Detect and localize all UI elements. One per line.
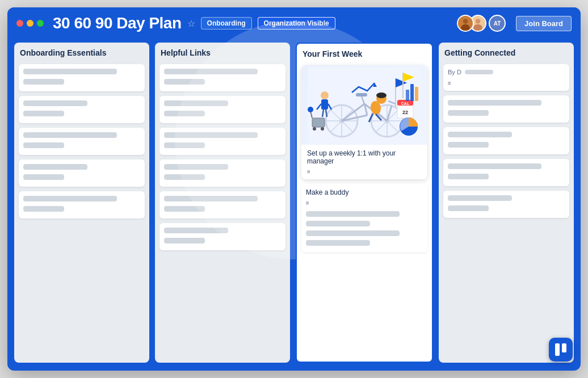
placeholder-bar bbox=[306, 221, 370, 226]
card-4-4[interactable] bbox=[443, 191, 569, 218]
card-2-1[interactable] bbox=[159, 64, 285, 91]
avatar-1[interactable] bbox=[457, 15, 474, 32]
svg-point-4 bbox=[476, 19, 481, 24]
minimize-button[interactable] bbox=[27, 20, 33, 27]
placeholder-bar bbox=[23, 111, 64, 116]
buddy-lines: ≡ bbox=[306, 200, 423, 248]
card-2-6[interactable] bbox=[159, 223, 285, 250]
titlebar: 30 60 90 Day Plan ☆ Onboarding Organizat… bbox=[7, 7, 581, 38]
card-2-3[interactable] bbox=[159, 128, 285, 155]
column-onboarding-essentials: Onboarding Essentials bbox=[14, 43, 149, 363]
buddy-card[interactable]: Make a buddy ≡ bbox=[301, 184, 427, 253]
star-icon[interactable]: ☆ bbox=[187, 18, 195, 29]
placeholder-bar bbox=[448, 163, 541, 169]
card-2-2[interactable] bbox=[159, 96, 285, 123]
placeholder-bar bbox=[448, 132, 512, 137]
maximize-button[interactable] bbox=[37, 20, 44, 27]
placeholder-bar bbox=[164, 196, 258, 201]
menu-icon: ≡ bbox=[307, 169, 310, 175]
placeholder-bar bbox=[23, 69, 117, 74]
placeholder-bar bbox=[23, 196, 117, 201]
svg-point-54 bbox=[308, 107, 313, 112]
close-button[interactable] bbox=[16, 20, 23, 27]
card-1-5[interactable] bbox=[19, 191, 145, 219]
column-your-first-week: Your First Week bbox=[296, 43, 433, 363]
card-1-3[interactable] bbox=[19, 128, 145, 155]
placeholder-bar bbox=[23, 79, 64, 85]
trello-logo-icon bbox=[555, 343, 566, 356]
placeholder-bar bbox=[23, 132, 117, 138]
placeholder-bar bbox=[306, 211, 400, 217]
placeholder-bar bbox=[23, 206, 64, 212]
placeholder-bar bbox=[164, 142, 205, 148]
page-title: 30 60 90 Day Plan bbox=[53, 14, 182, 32]
card-manager-text: Set up a weekly 1:1 with your manager bbox=[307, 149, 422, 165]
org-visible-tag[interactable]: Organization Visible bbox=[258, 17, 335, 30]
column-getting-connected: Getting Connected By D ≡ bbox=[439, 43, 574, 363]
avatar-group: AT bbox=[457, 15, 510, 32]
card-1-2[interactable] bbox=[19, 96, 145, 123]
by-label: By D bbox=[448, 69, 461, 75]
trello-bar-right bbox=[562, 343, 566, 352]
column-4-title: Getting Connected bbox=[443, 48, 569, 57]
card-1-4[interactable] bbox=[19, 159, 145, 187]
app-window: 30 60 90 Day Plan ☆ Onboarding Organizat… bbox=[7, 7, 581, 371]
featured-card[interactable]: CAL 22 bbox=[301, 65, 427, 179]
card-4-2[interactable] bbox=[443, 127, 569, 154]
svg-rect-47 bbox=[410, 84, 414, 101]
placeholder-bar bbox=[23, 164, 87, 170]
placeholder-bar bbox=[465, 70, 493, 74]
board-content: Onboarding Essentials bbox=[7, 38, 581, 369]
placeholder-bar bbox=[164, 79, 205, 85]
column-helpful-links: Helpful Links bbox=[155, 43, 290, 363]
column-3-title: Your First Week bbox=[301, 49, 427, 58]
avatar-initials[interactable]: AT bbox=[489, 15, 506, 32]
card-2-5[interactable] bbox=[159, 191, 285, 219]
placeholder-bar bbox=[448, 195, 512, 201]
svg-point-5 bbox=[473, 24, 482, 31]
menu-icon-2: ≡ bbox=[306, 200, 309, 206]
column-2-title: Helpful Links bbox=[159, 48, 285, 57]
svg-point-32 bbox=[321, 91, 329, 99]
list-icon: ≡ bbox=[448, 80, 451, 86]
column-1-title: Onboarding Essentials bbox=[19, 48, 145, 57]
placeholder-bar bbox=[448, 100, 541, 106]
svg-rect-46 bbox=[406, 90, 409, 101]
traffic-lights bbox=[16, 20, 44, 27]
svg-point-1 bbox=[463, 19, 468, 24]
svg-point-29 bbox=[376, 93, 387, 98]
placeholder-bar bbox=[164, 174, 205, 180]
placeholder-bar bbox=[164, 132, 258, 138]
placeholder-bar bbox=[448, 110, 489, 116]
placeholder-bar bbox=[306, 240, 370, 246]
card-2-4[interactable] bbox=[159, 159, 285, 187]
placeholder-bar bbox=[23, 100, 87, 106]
placeholder-bar bbox=[448, 174, 489, 179]
trello-bar-left bbox=[555, 343, 560, 356]
placeholder-bar bbox=[164, 100, 228, 106]
placeholder-bar bbox=[164, 111, 205, 116]
card-4-3[interactable] bbox=[443, 159, 569, 186]
card-4-partial[interactable]: By D ≡ bbox=[443, 64, 569, 91]
svg-rect-33 bbox=[321, 99, 328, 110]
placeholder-bar bbox=[164, 206, 205, 212]
svg-text:22: 22 bbox=[402, 110, 408, 115]
svg-text:CAL: CAL bbox=[401, 102, 410, 106]
trello-logo[interactable] bbox=[549, 338, 573, 362]
placeholder-bar bbox=[448, 142, 489, 148]
card-1-1[interactable] bbox=[19, 64, 145, 91]
svg-point-52 bbox=[321, 127, 324, 131]
card-4-1[interactable] bbox=[443, 95, 569, 123]
svg-point-2 bbox=[461, 24, 470, 31]
placeholder-bar bbox=[164, 228, 228, 233]
placeholder-bar bbox=[23, 142, 64, 148]
svg-rect-48 bbox=[415, 87, 418, 101]
card-illustration: CAL 22 bbox=[301, 65, 427, 145]
svg-rect-50 bbox=[312, 118, 325, 127]
onboarding-tag[interactable]: Onboarding bbox=[201, 17, 252, 30]
card-line-1: ≡ bbox=[307, 169, 422, 175]
placeholder-bar bbox=[23, 174, 64, 180]
join-board-button[interactable]: Join Board bbox=[516, 16, 572, 31]
placeholder-bar bbox=[164, 69, 258, 74]
card-meta-lines: ≡ bbox=[307, 169, 422, 175]
